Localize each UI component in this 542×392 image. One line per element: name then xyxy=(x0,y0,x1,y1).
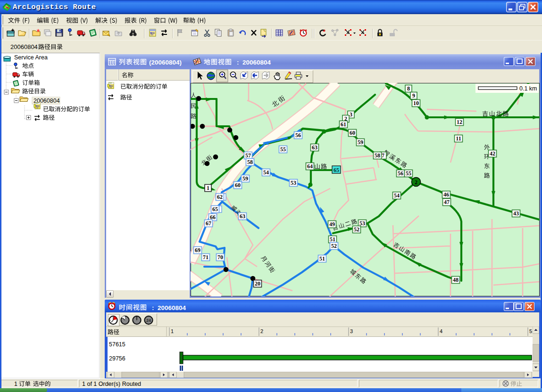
svg-text:5: 5 xyxy=(529,328,532,334)
svg-text:46: 46 xyxy=(443,191,449,198)
svg-text:55: 55 xyxy=(280,146,286,153)
svg-text:52: 52 xyxy=(354,226,359,233)
svg-text:64: 64 xyxy=(307,163,313,170)
svg-text:20: 20 xyxy=(255,280,260,287)
svg-text:56: 56 xyxy=(398,170,403,177)
svg-text:Service Area: Service Area xyxy=(14,54,48,61)
svg-text:56: 56 xyxy=(295,132,301,139)
svg-text:3: 3 xyxy=(350,111,352,118)
svg-text:51: 51 xyxy=(319,255,325,262)
svg-text:12: 12 xyxy=(457,119,462,125)
svg-text:49: 49 xyxy=(329,221,335,228)
svg-text:: 20060804: : 20060804 xyxy=(152,304,186,311)
svg-text:11: 11 xyxy=(456,135,461,142)
svg-text:4: 4 xyxy=(440,328,442,334)
svg-text:71: 71 xyxy=(203,254,208,261)
svg-text:65: 65 xyxy=(212,206,218,212)
svg-text:1: 1 xyxy=(171,328,174,334)
svg-text:54: 54 xyxy=(394,192,400,199)
svg-text:67: 67 xyxy=(206,220,211,227)
svg-text:43: 43 xyxy=(513,210,519,217)
svg-text:20060804: 20060804 xyxy=(10,43,38,50)
svg-text:54: 54 xyxy=(263,169,269,176)
svg-text:52: 52 xyxy=(331,243,337,249)
svg-text:47: 47 xyxy=(444,199,450,205)
svg-text:61: 61 xyxy=(341,121,346,128)
svg-text:(20060804): (20060804) xyxy=(149,59,182,66)
svg-text:2: 2 xyxy=(415,180,417,185)
svg-text:0.1 km: 0.1 km xyxy=(519,85,537,92)
svg-text:62: 62 xyxy=(217,194,223,200)
svg-text:48: 48 xyxy=(453,277,459,283)
svg-text:58: 58 xyxy=(375,152,380,159)
svg-text:10: 10 xyxy=(413,100,419,106)
svg-text:: 20060804: : 20060804 xyxy=(237,59,271,66)
svg-text:24: 24 xyxy=(146,318,151,323)
svg-text:55: 55 xyxy=(406,170,411,177)
svg-text:3: 3 xyxy=(350,328,353,334)
svg-text:60: 60 xyxy=(350,130,355,136)
svg-text:53: 53 xyxy=(291,180,296,186)
svg-text:69: 69 xyxy=(195,247,200,253)
svg-text:1: 1 xyxy=(207,185,209,191)
svg-text:65: 65 xyxy=(334,167,339,173)
svg-text:1 of 1 Order(s) Routed: 1 of 1 Order(s) Routed xyxy=(82,381,141,387)
svg-text:59: 59 xyxy=(242,175,248,182)
svg-text:59: 59 xyxy=(358,139,363,146)
svg-text:51: 51 xyxy=(330,236,335,243)
svg-text:63: 63 xyxy=(240,213,245,220)
svg-text:58: 58 xyxy=(247,159,253,165)
svg-text:1: 1 xyxy=(14,381,17,387)
svg-text:70: 70 xyxy=(217,254,223,261)
svg-text:9: 9 xyxy=(412,92,415,99)
svg-text:63: 63 xyxy=(312,144,317,151)
svg-text:60: 60 xyxy=(235,182,241,188)
svg-text:42: 42 xyxy=(490,150,495,157)
svg-text:8: 8 xyxy=(407,85,410,92)
svg-text:7: 7 xyxy=(382,152,384,159)
svg-text:2: 2 xyxy=(260,328,263,334)
svg-text:57: 57 xyxy=(245,152,251,159)
